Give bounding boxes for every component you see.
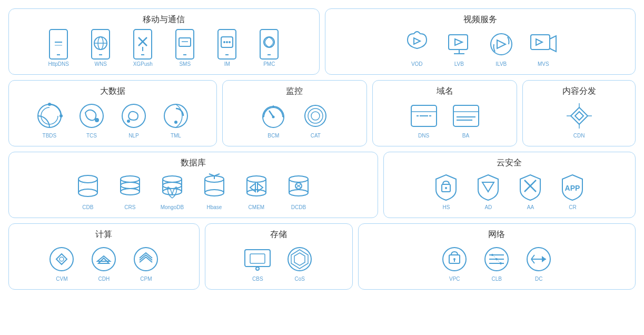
httpdns-label: HttpDNS xyxy=(48,61,69,67)
domain-card: 域名 DNS xyxy=(372,80,517,146)
aa-icon xyxy=(516,173,545,202)
list-item: CVM xyxy=(47,244,76,282)
ad-icon xyxy=(473,173,503,202)
tml-label: TML xyxy=(171,133,181,139)
svg-point-95 xyxy=(289,190,308,196)
nlp-label: NLP xyxy=(128,133,138,139)
compute-title: 计算 xyxy=(17,229,191,240)
cbs-icon xyxy=(243,244,272,274)
xgpush-icon xyxy=(128,29,157,59)
mobile-icons: HttpDNS WNS xyxy=(17,29,311,67)
dcdb-icon xyxy=(284,173,313,202)
list-item: PMC xyxy=(254,29,284,67)
bigdata-icons: TBDS TCS xyxy=(17,101,208,139)
row-4: 计算 CVM xyxy=(8,223,636,290)
list-item: IM xyxy=(212,29,242,67)
svg-marker-31 xyxy=(455,39,462,45)
domain-icons: DNS BA xyxy=(381,101,508,139)
list-item: CAT xyxy=(301,101,330,139)
list-item: TBDS xyxy=(35,101,64,139)
svg-point-104 xyxy=(50,248,73,271)
xgpush-label: XGPush xyxy=(133,61,153,67)
ba-icon xyxy=(451,101,481,131)
list-item: AA xyxy=(516,173,545,210)
dc-label: DC xyxy=(535,276,542,282)
storage-title: 存储 xyxy=(214,229,344,240)
list-item: VPC xyxy=(440,244,469,282)
cvm-icon xyxy=(47,244,76,274)
list-item: DC xyxy=(524,244,553,282)
list-item: CRS xyxy=(115,173,145,210)
svg-point-42 xyxy=(127,120,130,123)
list-item: AD xyxy=(473,173,503,210)
dcdb-label: DCDB xyxy=(291,204,306,210)
dns-label: DNS xyxy=(418,133,429,139)
list-item: SMS xyxy=(170,29,200,67)
video-card: 视频服务 VOD xyxy=(325,8,636,75)
mobile-title: 移动与通信 xyxy=(17,14,311,25)
svg-point-43 xyxy=(164,104,187,127)
dns-icon xyxy=(409,101,439,131)
svg-point-21 xyxy=(226,41,228,43)
cdn-label: CDN xyxy=(573,133,585,139)
monitor-icons: BCM CAT xyxy=(231,101,358,139)
list-item: NLP xyxy=(119,101,148,139)
cmem-icon xyxy=(242,173,271,202)
pmc-label: PMC xyxy=(263,61,275,67)
security-title: 云安全 xyxy=(392,157,627,169)
video-title: 视频服务 xyxy=(334,14,627,25)
row-3: 数据库 CDB xyxy=(8,152,636,218)
svg-rect-110 xyxy=(250,254,265,263)
cdh-icon xyxy=(89,244,118,274)
mvs-icon xyxy=(529,29,558,59)
list-item: XGPush xyxy=(128,29,157,67)
sms-icon xyxy=(170,29,200,59)
monitor-card: 监控 BCM xyxy=(222,80,367,146)
bigdata-title: 大数据 xyxy=(17,86,208,97)
svg-point-109 xyxy=(256,267,259,270)
hbase-icon xyxy=(200,173,229,202)
svg-marker-33 xyxy=(497,40,506,48)
hs-label: HS xyxy=(442,204,450,210)
wns-icon xyxy=(86,29,115,59)
svg-line-124 xyxy=(497,259,501,263)
svg-point-77 xyxy=(163,182,182,189)
pmc-icon xyxy=(254,29,284,59)
storage-card: 存储 CBS xyxy=(205,223,353,290)
list-item: DNS xyxy=(409,101,439,139)
row-1: 移动与通信 HttpDNS xyxy=(8,8,636,75)
svg-point-39 xyxy=(80,104,103,127)
svg-line-129 xyxy=(531,259,534,263)
cdn-title: 内容分发 xyxy=(531,86,627,97)
crs-label: CRS xyxy=(124,204,135,210)
main-layout: 移动与通信 HttpDNS xyxy=(8,8,636,290)
network-title: 网络 xyxy=(367,229,627,240)
list-item: HS xyxy=(431,173,461,210)
cpm-icon xyxy=(131,244,161,274)
list-item: Hbase xyxy=(200,173,229,210)
cmem-label: CMEM xyxy=(249,204,265,210)
sms-label: SMS xyxy=(179,61,191,67)
list-item: BCM xyxy=(259,101,288,139)
list-item: CoS xyxy=(285,244,314,282)
svg-point-40 xyxy=(95,118,99,122)
hbase-label: Hbase xyxy=(206,204,222,210)
list-item: CBS xyxy=(243,244,272,282)
vod-icon xyxy=(402,29,432,59)
svg-point-41 xyxy=(122,104,145,127)
list-item: VOD xyxy=(402,29,432,67)
ilvb-icon xyxy=(487,29,516,59)
tbds-icon xyxy=(35,101,64,131)
mongodb-icon xyxy=(157,173,187,202)
compute-card: 计算 CVM xyxy=(8,223,200,290)
list-item: CDN xyxy=(564,101,594,139)
mvs-label: MVS xyxy=(538,61,549,67)
ad-label: AD xyxy=(484,204,492,210)
cdb-icon xyxy=(73,173,103,202)
httpdns-icon xyxy=(44,29,73,59)
row-2: 大数据 TBDS xyxy=(8,80,636,146)
svg-point-72 xyxy=(121,182,140,189)
clb-label: CLB xyxy=(492,276,502,282)
svg-line-123 xyxy=(492,255,497,259)
svg-point-107 xyxy=(134,248,157,271)
